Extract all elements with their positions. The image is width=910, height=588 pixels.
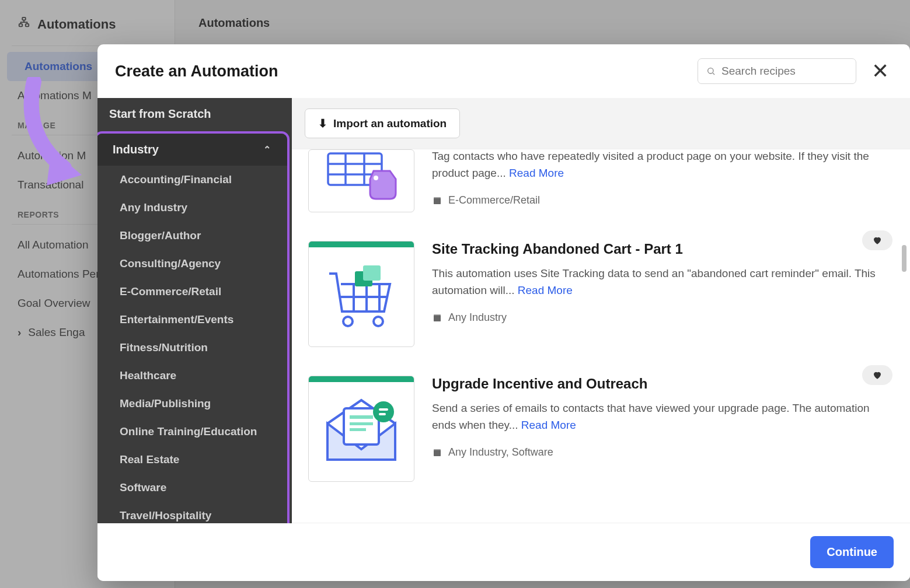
modal-header: Create an Automation ✕ (97, 44, 910, 84)
svg-rect-23 (350, 415, 373, 419)
industry-item[interactable]: Travel/Hospitality (97, 502, 287, 523)
industry-item[interactable]: Media/Publishing (97, 390, 287, 418)
recipe-thumbnail (308, 376, 414, 482)
industry-item[interactable]: Online Training/Education (97, 418, 287, 446)
search-icon (706, 66, 716, 76)
recipe-tags: Any Industry, Software (432, 446, 894, 459)
industry-group: Industry ⌃ Accounting/Financial Any Indu… (97, 131, 290, 523)
panel-item-label: Industry (113, 143, 159, 156)
recipe-item[interactable]: Upgrade Incentive and Outreach Send a se… (305, 362, 897, 496)
scrollbar-thumb[interactable] (902, 245, 906, 272)
industry-item[interactable]: Real Estate (97, 446, 287, 474)
recipe-thumbnail (308, 241, 414, 347)
recipe-body: Upgrade Incentive and Outreach Send a se… (432, 376, 894, 482)
recipe-title: Site Tracking Abandoned Cart - Part 1 (432, 241, 894, 257)
modal-footer: Continue (97, 523, 910, 581)
industry-item[interactable]: Fitness/Nutrition (97, 334, 287, 362)
read-more-link[interactable]: Read More (521, 419, 576, 431)
svg-rect-29 (434, 450, 441, 456)
recipe-description: This automation uses Site Tracking data … (432, 265, 894, 299)
recipe-tags: Any Industry (432, 312, 894, 324)
svg-rect-19 (363, 265, 381, 281)
svg-point-3 (708, 68, 713, 74)
favorite-button[interactable] (862, 365, 892, 385)
industry-item[interactable]: Accounting/Financial (97, 166, 287, 194)
industry-item[interactable]: Software (97, 474, 287, 502)
recipe-description: Send a series of emails to contacts that… (432, 400, 894, 433)
start-from-scratch[interactable]: Start from Scratch (97, 98, 292, 130)
modal-overlay: Create an Automation ✕ Start from Scratc… (0, 0, 910, 588)
svg-point-12 (343, 317, 353, 326)
read-more-link[interactable]: Read More (518, 284, 573, 296)
recipe-body: Site Tracking Abandoned Cart - Part 1 Th… (432, 241, 894, 347)
search-input[interactable] (721, 65, 848, 78)
svg-rect-21 (434, 314, 441, 316)
svg-rect-25 (350, 428, 366, 431)
read-more-link[interactable]: Read More (509, 167, 564, 179)
svg-rect-24 (350, 422, 373, 425)
industry-item[interactable]: E-Commerce/Retail (97, 278, 287, 306)
import-label: Import an automation (333, 117, 447, 130)
svg-point-26 (373, 401, 394, 422)
download-icon: ⬇ (318, 117, 327, 130)
recipe-thumbnail (308, 149, 414, 212)
svg-rect-10 (434, 198, 441, 204)
recipe-item[interactable]: Site Tracking Abandoned Cart - Part 1 Th… (305, 227, 897, 362)
continue-button[interactable]: Continue (810, 536, 894, 568)
category-icon (432, 313, 442, 323)
industry-item[interactable]: Entertainment/Events (97, 306, 287, 334)
heart-icon (872, 235, 883, 246)
chevron-up-icon: ⌃ (263, 144, 271, 155)
category-icon (432, 195, 442, 206)
panel-item-label: Start from Scratch (109, 107, 211, 121)
svg-point-13 (374, 317, 383, 326)
category-panel: Start from Scratch Industry ⌃ Accounting… (97, 98, 292, 523)
modal-title: Create an Automation (115, 62, 686, 80)
industry-item[interactable]: Healthcare (97, 362, 287, 390)
heart-icon (872, 370, 883, 380)
svg-rect-11 (434, 197, 441, 198)
recipe-title: Upgrade Incentive and Outreach (432, 376, 894, 392)
recipe-item[interactable]: Tag contacts who have repeatedly visited… (305, 149, 897, 227)
svg-point-9 (374, 176, 378, 180)
svg-rect-30 (434, 449, 441, 450)
recipe-panel: ⬇ Import an automation (292, 98, 910, 523)
svg-rect-20 (434, 315, 441, 321)
industry-item[interactable]: Blogger/Author (97, 222, 287, 250)
modal-body: Start from Scratch Industry ⌃ Accounting… (97, 98, 910, 523)
industry-toggle[interactable]: Industry ⌃ (97, 134, 287, 166)
favorite-button[interactable] (862, 230, 892, 250)
search-recipes-box[interactable] (698, 58, 856, 84)
recipe-body: Tag contacts who have repeatedly visited… (432, 149, 894, 212)
import-bar: ⬇ Import an automation (292, 98, 910, 149)
svg-rect-27 (379, 408, 388, 411)
category-icon (432, 447, 442, 458)
recipe-description: Tag contacts who have repeatedly visited… (432, 149, 894, 181)
recipe-list[interactable]: Tag contacts who have repeatedly visited… (292, 149, 910, 523)
import-automation-button[interactable]: ⬇ Import an automation (305, 108, 460, 138)
recipe-tags: E-Commerce/Retail (432, 194, 894, 206)
industry-item[interactable]: Any Industry (97, 194, 287, 222)
svg-rect-28 (379, 413, 386, 415)
create-automation-modal: Create an Automation ✕ Start from Scratc… (97, 44, 910, 581)
industry-item[interactable]: Consulting/Agency (97, 250, 287, 278)
close-button[interactable]: ✕ (868, 59, 892, 83)
